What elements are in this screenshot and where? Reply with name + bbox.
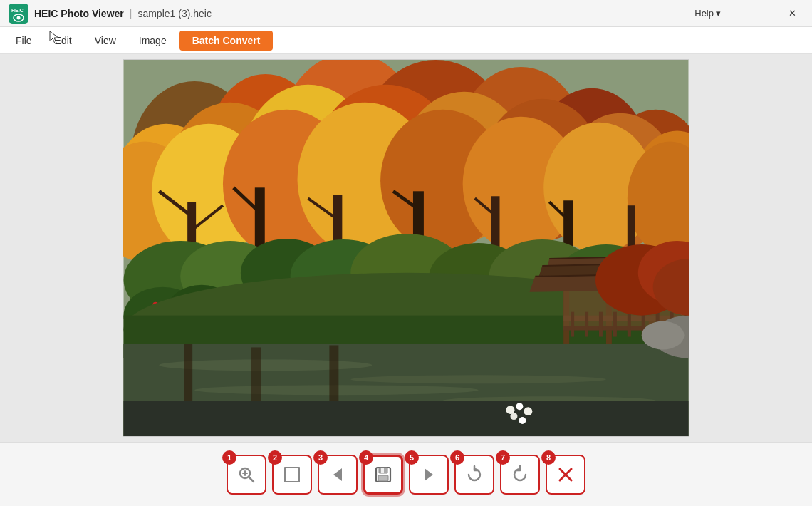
toolbar-btn-wrap-delete: 8 <box>546 455 585 495</box>
svg-rect-73 <box>251 347 261 401</box>
svg-marker-113 <box>333 468 342 481</box>
image-container <box>123 59 689 437</box>
close-button[interactable]: ✕ <box>781 4 803 24</box>
svg-rect-88 <box>571 312 574 337</box>
menu-view[interactable]: View <box>85 31 126 51</box>
svg-rect-0 <box>9 4 28 24</box>
rotate-right-icon <box>464 465 484 485</box>
svg-text:HEIC: HEIC <box>11 8 24 13</box>
toolbar-btn-wrap-fit: 2 <box>272 455 312 495</box>
menu-file[interactable]: File <box>6 31 42 51</box>
batch-convert-button[interactable]: Batch Convert <box>179 31 274 51</box>
main-content <box>0 54 812 442</box>
svg-point-98 <box>642 321 685 350</box>
svg-point-107 <box>519 417 526 424</box>
svg-point-104 <box>516 403 523 410</box>
titlebar-filename: sample1 (3).heic <box>137 8 212 19</box>
titlebar-separator: | <box>130 8 132 19</box>
toolbar-btn-wrap-rotate_r: 6 <box>454 455 494 495</box>
app-logo: HEIC <box>9 4 28 24</box>
photo-display <box>123 60 689 436</box>
minimize-button[interactable]: – <box>729 4 752 24</box>
toolbar: 1 2 3 4 5 6 <box>0 442 812 506</box>
toolbar-badge-rotate_r: 6 <box>450 450 464 465</box>
toolbar-btn-wrap-prev: 3 <box>318 455 358 495</box>
svg-rect-74 <box>329 345 338 401</box>
svg-point-69 <box>350 375 606 383</box>
svg-rect-117 <box>378 475 388 481</box>
delete-icon <box>556 465 576 485</box>
svg-rect-116 <box>381 468 384 473</box>
svg-line-109 <box>249 477 254 482</box>
fit-icon <box>282 465 302 485</box>
svg-rect-72 <box>184 344 192 401</box>
help-button[interactable]: Help ▾ <box>689 5 727 21</box>
svg-rect-92 <box>628 312 631 337</box>
toolbar-btn-wrap-save: 4 <box>363 455 403 495</box>
maximize-button[interactable]: □ <box>755 4 778 24</box>
next-icon <box>419 465 439 485</box>
save-icon <box>373 465 393 485</box>
svg-point-3 <box>17 16 21 19</box>
toolbar-badge-rotate_l: 7 <box>496 450 510 465</box>
menu-image[interactable]: Image <box>129 31 177 51</box>
toolbar-btn-wrap-zoom: 1 <box>227 455 266 495</box>
titlebar-controls: Help ▾ – □ ✕ <box>689 4 803 24</box>
toolbar-badge-prev: 3 <box>313 450 328 465</box>
rotate-left-icon <box>510 465 530 485</box>
menubar: File Edit View Image Batch Convert <box>0 27 812 54</box>
menu-edit[interactable]: Edit <box>45 31 82 51</box>
zoom-icon <box>236 465 256 485</box>
svg-rect-89 <box>585 312 588 337</box>
toolbar-badge-delete: 8 <box>541 450 556 465</box>
toolbar-badge-next: 5 <box>405 450 419 465</box>
toolbar-btn-wrap-next: 5 <box>409 455 449 495</box>
svg-point-105 <box>524 407 532 415</box>
svg-rect-112 <box>285 468 299 482</box>
svg-rect-90 <box>599 312 603 337</box>
toolbar-badge-zoom: 1 <box>222 450 236 465</box>
app-name: HEIC Photo Viewer <box>34 8 124 19</box>
toolbar-btn-wrap-rotate_l: 7 <box>500 455 540 495</box>
svg-point-106 <box>510 413 517 420</box>
toolbar-badge-fit: 2 <box>268 450 282 465</box>
svg-marker-118 <box>425 468 433 481</box>
titlebar: HEIC HEIC Photo Viewer | sample1 (3).hei… <box>0 0 812 27</box>
prev-icon <box>328 465 348 485</box>
svg-rect-102 <box>124 401 689 436</box>
svg-rect-91 <box>613 312 617 337</box>
toolbar-badge-save: 4 <box>359 450 373 465</box>
